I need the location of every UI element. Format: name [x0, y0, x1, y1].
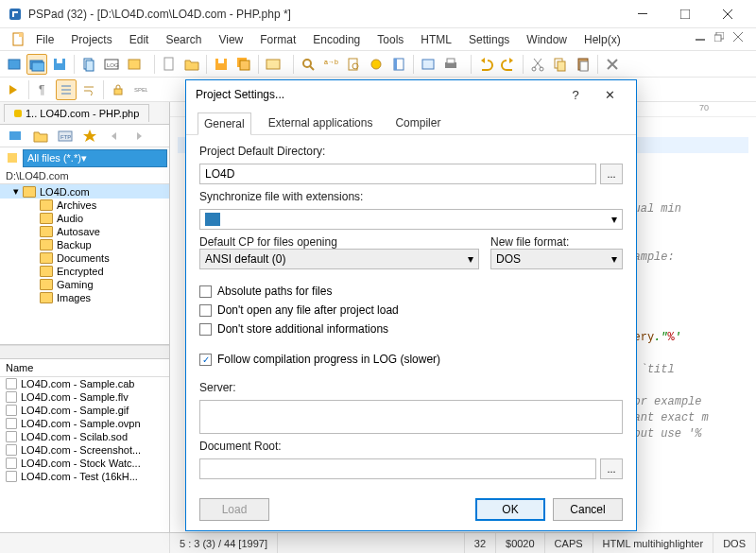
replace-icon[interactable]: a→b	[320, 54, 341, 75]
tree-item[interactable]: Autosave	[0, 225, 169, 238]
maximize-button[interactable]	[663, 1, 706, 27]
menu-format[interactable]: Format	[252, 30, 303, 49]
cancel-button[interactable]: Cancel	[553, 498, 623, 521]
checkbox-absolute-paths[interactable]: Absolute paths for files	[199, 285, 623, 298]
tree-item[interactable]: Archives	[0, 199, 169, 212]
project-open-icon[interactable]	[26, 54, 47, 75]
list-item[interactable]: LO4D.com - Stock Watc...	[0, 457, 169, 470]
load-button[interactable]: Load	[199, 498, 269, 521]
tab-external[interactable]: External applications	[263, 112, 379, 134]
list-item[interactable]: LO4D.com - Test (16kH...	[0, 470, 169, 483]
arrow-icon[interactable]	[4, 79, 25, 100]
menu-window[interactable]: Window	[519, 30, 575, 49]
menu-search[interactable]: Search	[158, 30, 209, 49]
favorites-icon[interactable]	[79, 126, 100, 147]
list-item[interactable]: LO4D.com - Scilab.sod	[0, 430, 169, 443]
mdi-restore-icon[interactable]	[714, 32, 731, 47]
paste-icon[interactable]	[573, 54, 593, 75]
project-new-icon[interactable]	[4, 54, 25, 75]
mdi-minimize-icon[interactable]	[696, 32, 713, 47]
lines-icon[interactable]	[56, 79, 77, 100]
mdi-close-icon[interactable]	[733, 32, 750, 47]
file-format-combo[interactable]: DOS▾	[490, 249, 623, 269]
help-button[interactable]: ?	[558, 88, 593, 102]
para-icon[interactable]: ¶	[33, 79, 54, 100]
new-file-icon2[interactable]	[159, 54, 180, 75]
close-button[interactable]	[706, 1, 748, 27]
sync-extensions-combo[interactable]: ▾	[199, 209, 623, 230]
list-item[interactable]: LO4D.com - Sample.cab	[0, 377, 169, 390]
menu-help[interactable]: Help(x)	[576, 30, 628, 49]
copy-icon[interactable]	[550, 54, 571, 75]
tab-general[interactable]: General	[198, 112, 251, 135]
menu-projects[interactable]: Projects	[63, 30, 119, 49]
list-item[interactable]: LO4D.com - Sample.ovpn	[0, 417, 169, 430]
close-file-icon[interactable]	[602, 54, 623, 75]
list-item[interactable]: LO4D.com - Sample.gif	[0, 404, 169, 417]
cut-icon[interactable]	[527, 54, 548, 75]
save-icon[interactable]	[211, 54, 232, 75]
new-file-icon[interactable]	[11, 32, 26, 47]
tab-compiler[interactable]: Compiler	[389, 112, 446, 134]
tree-folder[interactable]: ▾LO4D.com	[0, 184, 169, 199]
document-root-input[interactable]	[199, 458, 596, 479]
checkbox-no-open[interactable]: Don't open any file after project load	[199, 303, 623, 317]
server-input[interactable]	[199, 400, 623, 434]
search-icon[interactable]	[298, 54, 318, 75]
ftp-icon[interactable]: FTP	[55, 126, 76, 147]
undo-icon[interactable]	[475, 54, 496, 75]
tree-item[interactable]: Gaming	[0, 278, 169, 291]
default-directory-input[interactable]	[199, 164, 596, 184]
checkbox-follow-compilation[interactable]: ✓Follow compilation progress in LOG (slo…	[199, 353, 623, 366]
browse-docroot-button[interactable]: ...	[600, 458, 623, 479]
save-all-icon[interactable]	[233, 54, 254, 75]
dialog-close-button[interactable]: ✕	[593, 88, 627, 102]
filter-icon[interactable]	[2, 147, 23, 168]
folder-tree-icon[interactable]	[6, 126, 26, 147]
nav-right-icon[interactable]	[129, 126, 149, 147]
default-cp-combo[interactable]: ANSI default (0)▾	[199, 249, 479, 269]
lock-icon[interactable]	[108, 79, 129, 100]
list-item[interactable]: LO4D.com - Sample.flv	[0, 390, 169, 404]
open-file-icon[interactable]	[181, 54, 202, 75]
menu-view[interactable]: View	[211, 30, 250, 49]
menu-html[interactable]: HTML	[413, 30, 459, 49]
project-save-icon[interactable]	[49, 54, 70, 75]
tree-item[interactable]: Documents	[0, 251, 169, 265]
minimize-button[interactable]	[621, 1, 663, 27]
wrap-icon[interactable]	[78, 79, 99, 100]
redo-icon[interactable]	[498, 54, 519, 75]
spell-icon[interactable]: SPELL	[130, 79, 151, 100]
book-icon[interactable]	[388, 54, 409, 75]
print-icon[interactable]	[440, 54, 461, 75]
menu-encoding[interactable]: Encoding	[305, 30, 368, 49]
find-in-files-icon[interactable]	[343, 54, 364, 75]
checkbox-no-store[interactable]: Don't store additional informations	[199, 322, 623, 336]
dialog-titlebar[interactable]: Project Settings... ? ✕	[186, 80, 636, 109]
folder-tree[interactable]: ▾LO4D.com Archives Audio Autosave Backup…	[0, 184, 169, 345]
nav-left-icon[interactable]	[104, 126, 125, 147]
menu-file[interactable]: File	[28, 30, 61, 49]
bookmark-icon[interactable]	[366, 54, 387, 75]
project-files-icon[interactable]	[78, 54, 99, 75]
file-list[interactable]: Name LO4D.com - Sample.cab LO4D.com - Sa…	[0, 358, 169, 532]
tree-item[interactable]: Encrypted	[0, 265, 169, 278]
menu-tools[interactable]: Tools	[369, 30, 411, 49]
log-icon[interactable]: LOG	[101, 54, 122, 75]
menu-settings[interactable]: Settings	[461, 30, 517, 49]
hex-icon[interactable]	[263, 54, 284, 75]
tree-item[interactable]: Backup	[0, 238, 169, 251]
project-settings-icon[interactable]	[124, 54, 145, 75]
menu-edit[interactable]: Edit	[122, 30, 157, 49]
file-filter-combo[interactable]: All files (*.*) ▾	[23, 149, 167, 167]
horizontal-scrollbar[interactable]	[0, 345, 169, 358]
editor-tab[interactable]: 1.. LO4D.com - PHP.php	[4, 104, 149, 122]
list-item[interactable]: LO4D.com - Screenshot...	[0, 443, 169, 457]
tree-item[interactable]: Images	[0, 291, 169, 304]
browse-directory-button[interactable]: ...	[600, 164, 623, 184]
ok-button[interactable]: OK	[475, 498, 545, 521]
file-list-header[interactable]: Name	[0, 358, 169, 377]
folder-icon[interactable]	[30, 126, 51, 147]
preview-icon[interactable]	[418, 54, 438, 75]
tree-item[interactable]: Audio	[0, 212, 169, 225]
